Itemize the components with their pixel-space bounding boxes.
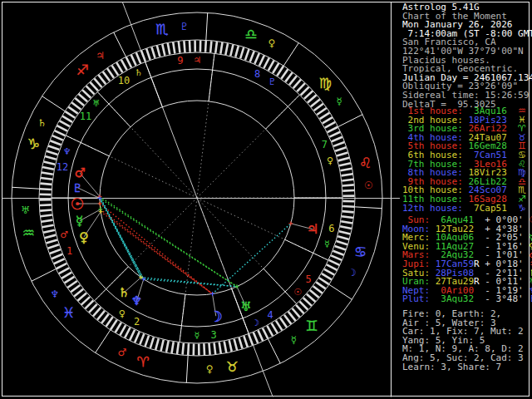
trine-aspect-line	[100, 196, 237, 286]
retrograde-flag	[474, 293, 480, 304]
degree-tick	[44, 162, 56, 165]
degree-tick	[205, 41, 206, 52]
degree-tick	[214, 342, 216, 354]
degree-tick	[342, 190, 354, 191]
taurus-ruler-venus-icon: ♀	[206, 363, 214, 375]
degree-tick	[166, 341, 169, 352]
degree-tick	[225, 43, 228, 55]
degree-tick	[79, 94, 88, 101]
degree-tick	[116, 62, 122, 72]
cancer-ruler-moon-icon: ☽	[347, 267, 357, 278]
house-cusp-line	[209, 53, 214, 101]
degree-tick	[120, 325, 126, 335]
degree-tick	[55, 131, 66, 135]
degree-tick	[146, 49, 150, 60]
degree-tick	[42, 220, 53, 222]
degree-tick	[50, 140, 61, 145]
gemini-sign-icon: ♊	[305, 318, 318, 334]
degree-tick	[77, 293, 86, 301]
degree-tick	[219, 342, 221, 353]
degree-tick	[85, 301, 93, 309]
house-cusp-list: 1st house: 3Aqu16 ♒ 2nd house: 18Pis23 ♓…	[402, 107, 526, 213]
degree-tick	[45, 156, 57, 160]
house-1-ruler-icon: ♂	[60, 229, 68, 240]
degree-tick	[107, 68, 114, 78]
house-5-number: 5	[305, 273, 311, 285]
sign-boundary-line	[338, 115, 362, 127]
degree-tick	[340, 169, 352, 171]
aries-sign-icon: ♈	[136, 353, 149, 370]
degree-tick	[311, 99, 320, 106]
house-9-number: 9	[177, 55, 183, 66]
sextile-aspect-line	[144, 279, 237, 287]
sextile-aspect-line	[100, 196, 144, 278]
degree-tick	[229, 340, 232, 352]
capricorn-ruler-saturn-icon: ♄	[37, 117, 47, 129]
degree-tick	[335, 147, 346, 150]
planet-position-value: 3Aqu32	[430, 293, 474, 304]
degree-tick	[300, 302, 308, 310]
astrolog-window: ☉☽☿♀♂♃♄♅♆♇♈♂♉♀♊☿♋☽♌☉♍☿♎♀♏♇♐♃♑♄♒♅♓♆1♂2♀3☿…	[0, 0, 532, 399]
degree-tick	[314, 104, 323, 111]
degree-tick	[327, 264, 337, 269]
gemini-ruler-mercury-icon: ☿	[291, 334, 297, 346]
sign-boundary-line	[12, 187, 39, 189]
aquarius-sign-icon: ♒	[22, 224, 35, 241]
degree-tick	[136, 52, 140, 63]
sign-boundary-line	[114, 32, 126, 57]
degree-tick	[259, 56, 264, 66]
house-3-number: 3	[211, 329, 217, 341]
degree-tick	[276, 321, 283, 331]
degree-tick	[161, 340, 164, 352]
degree-tick	[296, 305, 303, 313]
degree-tick	[62, 116, 72, 122]
planet-velocity: - 3°48'	[480, 293, 530, 304]
mercury-planet-icon: ☿	[76, 214, 83, 229]
degree-tick	[52, 135, 63, 140]
pisces-ruler-neptune-icon: ♆	[50, 288, 59, 300]
uranus-planet-icon: ♅	[240, 299, 251, 314]
scorpio-sign-icon: ♏	[155, 21, 168, 37]
degree-tick	[177, 342, 179, 354]
degree-tick	[342, 206, 354, 207]
degree-tick	[323, 117, 332, 123]
house-11-number: 11	[80, 111, 91, 122]
degree-tick	[239, 337, 243, 348]
degree-tick	[157, 46, 160, 57]
degree-tick	[277, 66, 283, 76]
degree-tick	[316, 282, 325, 288]
degree-tick	[281, 69, 288, 78]
degree-tick	[74, 289, 83, 297]
stats-line: Learn: 3, Share: 7	[402, 363, 524, 372]
degree-tick	[151, 47, 155, 58]
house-cusp-line	[145, 62, 163, 106]
degree-tick	[179, 42, 180, 53]
degree-tick	[131, 55, 136, 66]
degree-tick	[268, 61, 274, 71]
degree-tick	[337, 152, 347, 155]
degree-tick	[293, 308, 300, 318]
degree-tick	[204, 343, 204, 355]
degree-tick	[310, 290, 319, 298]
sign-boundary-line	[329, 284, 352, 299]
sign-boundary-line	[32, 268, 56, 281]
mars-planet-icon: ♂	[74, 165, 85, 180]
degree-tick	[168, 43, 170, 55]
degree-tick	[329, 260, 340, 265]
house-10-ruler-icon: ♄	[135, 67, 143, 78]
degree-tick	[209, 343, 209, 355]
degree-tick	[301, 87, 309, 96]
degree-tick	[317, 108, 327, 115]
degree-tick	[125, 328, 130, 337]
planet-row: Plut: 3Aqu32 - 3°48' ♇	[402, 295, 532, 304]
degree-tick	[337, 236, 349, 239]
degree-tick	[41, 178, 52, 180]
capricorn-sign-icon: ♑	[518, 203, 526, 214]
degree-tick	[273, 63, 278, 73]
house-cusp-line	[285, 239, 328, 260]
degree-tick	[93, 308, 101, 317]
degree-tick	[60, 121, 70, 126]
jupiter-planet-icon: ♃	[307, 221, 318, 237]
degree-tick	[94, 78, 101, 87]
degree-tick	[342, 216, 353, 218]
